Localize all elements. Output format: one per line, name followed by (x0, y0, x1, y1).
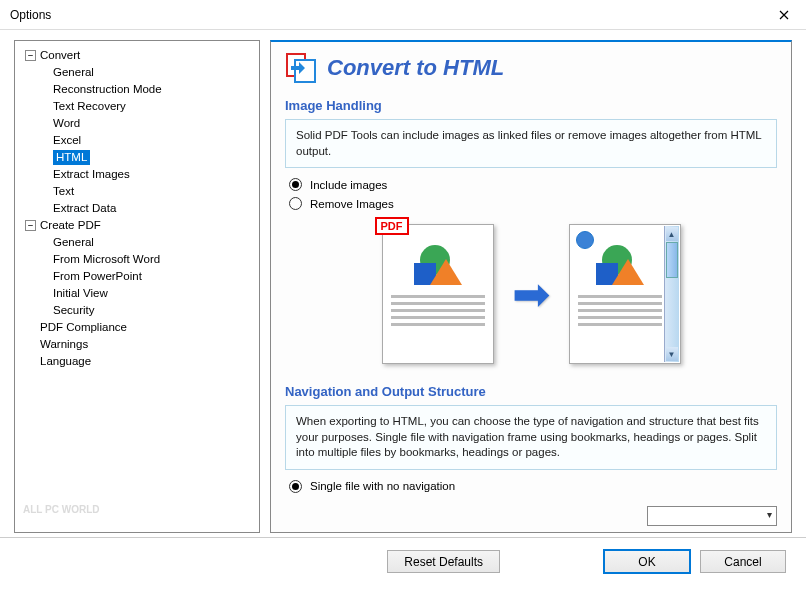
arrow-right-icon: ➡ (512, 267, 551, 321)
radio-include-images[interactable]: Include images (289, 178, 777, 191)
radio-single-file[interactable]: Single file with no navigation (289, 480, 777, 493)
html-doc-icon: ▲ ▼ (569, 224, 681, 364)
convert-html-icon (285, 52, 317, 84)
scrollbar-icon: ▲ ▼ (664, 226, 679, 362)
title-bar: Options (0, 0, 806, 30)
main-area: −Convert General Reconstruction Mode Tex… (0, 30, 806, 533)
tree-item-powerpoint[interactable]: From PowerPoint (19, 268, 255, 285)
tree-item-create-pdf[interactable]: −Create PDF (19, 217, 255, 234)
radio-icon (289, 197, 302, 210)
tree-item-warnings[interactable]: Warnings (19, 336, 255, 353)
tree-item-reconstruction[interactable]: Reconstruction Mode (19, 81, 255, 98)
radio-icon (289, 178, 302, 191)
dropdown-select[interactable] (647, 506, 777, 526)
button-row: Reset Defaults OK Cancel (0, 538, 806, 585)
watermark: ALL PC WORLD (23, 494, 143, 524)
section-navigation-title: Navigation and Output Structure (285, 384, 777, 399)
tree-item-initial-view[interactable]: Initial View (19, 285, 255, 302)
pdf-doc-icon: PDF (382, 224, 494, 364)
tree-item-pdf-compliance[interactable]: PDF Compliance (19, 319, 255, 336)
tree-item-extract-images[interactable]: Extract Images (19, 166, 255, 183)
tree-item-convert[interactable]: −Convert (19, 47, 255, 64)
panel-header: Convert to HTML (285, 52, 777, 84)
tree-item-general[interactable]: General (19, 64, 255, 81)
collapse-icon[interactable]: − (25, 220, 36, 231)
tree-item-text-recovery[interactable]: Text Recovery (19, 98, 255, 115)
illustration: PDF ➡ ▲ ▼ (285, 224, 777, 364)
tree-item-word[interactable]: Word (19, 115, 255, 132)
collapse-icon[interactable]: − (25, 50, 36, 61)
ok-button[interactable]: OK (604, 550, 690, 573)
tree-item-excel[interactable]: Excel (19, 132, 255, 149)
section-navigation-desc: When exporting to HTML, you can choose t… (285, 405, 777, 470)
radio-icon (289, 480, 302, 493)
panel-title: Convert to HTML (327, 55, 504, 81)
svg-rect-1 (295, 60, 315, 82)
window-title: Options (10, 8, 51, 22)
pdf-badge: PDF (375, 217, 409, 235)
section-image-handling-title: Image Handling (285, 98, 777, 113)
tree-item-text[interactable]: Text (19, 183, 255, 200)
close-button[interactable] (761, 0, 806, 30)
tree-item-general2[interactable]: General (19, 234, 255, 251)
tree-item-security[interactable]: Security (19, 302, 255, 319)
radio-remove-images[interactable]: Remove Images (289, 197, 777, 210)
tree-item-language[interactable]: Language (19, 353, 255, 370)
cancel-button[interactable]: Cancel (700, 550, 786, 573)
section-image-handling-desc: Solid PDF Tools can include images as li… (285, 119, 777, 168)
reset-defaults-button[interactable]: Reset Defaults (387, 550, 500, 573)
options-tree[interactable]: −Convert General Reconstruction Mode Tex… (14, 40, 260, 533)
content-panel: Convert to HTML Image Handling Solid PDF… (270, 40, 792, 533)
tree-item-extract-data[interactable]: Extract Data (19, 200, 255, 217)
tree-item-html[interactable]: HTML (19, 149, 255, 166)
tree-item-msword[interactable]: From Microsoft Word (19, 251, 255, 268)
close-icon (779, 10, 789, 20)
